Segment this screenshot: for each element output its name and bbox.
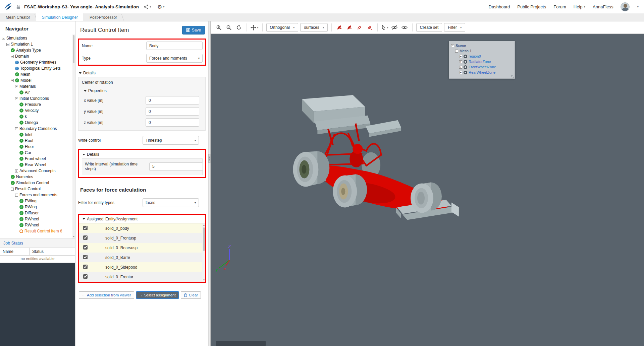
nav-username[interactable]: AnnaFless	[593, 4, 613, 9]
show-entity-button[interactable]	[400, 23, 409, 31]
refresh-view-button[interactable]	[235, 23, 243, 31]
write-interval-input[interactable]	[149, 162, 203, 171]
tree-item-model[interactable]: −✓Model	[0, 77, 75, 83]
collapse-icon[interactable]: −	[11, 188, 14, 191]
cursor-tool-button[interactable]: ▾	[381, 25, 388, 30]
tree-item-geometry-primitives[interactable]: Geometry Primitives	[0, 59, 75, 65]
save-button[interactable]: Save	[182, 26, 205, 34]
assignment-checkbox[interactable]	[83, 235, 88, 240]
scrollbar-thumb[interactable]	[73, 35, 74, 63]
job-status-title[interactable]: Job Status	[0, 239, 75, 248]
tree-item-rwheel[interactable]: ✓RWheel	[0, 216, 75, 222]
settings-button[interactable]: ⚙ ▾	[156, 4, 166, 10]
scrollbar-down-arrow[interactable]	[72, 235, 75, 238]
properties-section-header[interactable]: Properties	[78, 86, 205, 95]
tree-item-diffuser[interactable]: ✓Diffuser	[0, 210, 75, 216]
tree-item-mesh[interactable]: ✓Mesh	[0, 71, 75, 77]
navigator-scrollbar[interactable]	[72, 34, 75, 238]
collapse-icon[interactable]: −	[451, 44, 454, 47]
sort-triangle-icon[interactable]	[83, 218, 85, 220]
tree-item-rear-wheel[interactable]: ✓Rear Wheel	[0, 162, 75, 168]
tree-item-inlet[interactable]: ✓Inlet	[0, 132, 75, 138]
collapse-icon[interactable]: −	[11, 55, 14, 58]
zoom-in-button[interactable]	[215, 23, 223, 31]
assignment-checkbox[interactable]	[83, 226, 88, 230]
nav-forum[interactable]: Forum	[553, 4, 566, 9]
scrollbar-up-arrow[interactable]: ▲	[202, 223, 206, 227]
tree-item-simulation-control[interactable]: ✓Simulation Control	[0, 180, 75, 186]
render-mode-dropdown[interactable]: surfaces ▾	[300, 23, 328, 32]
create-set-button[interactable]: Create set	[416, 23, 442, 32]
nav-public-projects[interactable]: Public Projects	[517, 4, 546, 9]
visibility-eye-icon[interactable]	[464, 65, 467, 69]
fsae-car-model[interactable]	[211, 34, 644, 346]
zoom-out-button[interactable]	[225, 23, 233, 31]
tree-item-k[interactable]: ✓k	[0, 114, 75, 120]
assignment-checkbox[interactable]	[83, 274, 88, 279]
tab-mesh-creator[interactable]: Mesh Creator	[0, 13, 36, 21]
tree-item-air[interactable]: ✓Air	[0, 89, 75, 95]
tree-item-roof[interactable]: ✓Roof	[0, 138, 75, 144]
scene-item-radiatorzone[interactable]: +RadiatorZone	[450, 59, 513, 64]
pick-remove-tool-button[interactable]	[345, 23, 354, 31]
tree-item-omega[interactable]: ✓Omega	[0, 120, 75, 126]
assignment-row-solid-0-barre[interactable]: solid_0_Barre	[79, 253, 205, 262]
filter-dropdown[interactable]: Filter ▾	[444, 23, 465, 32]
scene-item-scene[interactable]: −Scene	[450, 43, 513, 48]
tree-item-front-wheel[interactable]: ✓Front wheel	[0, 156, 75, 162]
tree-item-floor[interactable]: ✓Floor	[0, 144, 75, 150]
assignment-table-scrollbar[interactable]: ▲ ▼	[202, 223, 205, 282]
collapse-icon[interactable]: −	[15, 97, 18, 100]
tree-item-result-control-item-6[interactable]: Result Control Item 6	[0, 228, 75, 234]
assigned-column-header[interactable]: Assigned	[87, 217, 103, 221]
tab-post-processor[interactable]: Post-Processor	[84, 13, 123, 21]
tree-item-simulation-1[interactable]: −Simulation 1	[0, 41, 75, 47]
expand-icon[interactable]: +	[459, 55, 462, 58]
tree-item-domain[interactable]: −Domain	[0, 53, 75, 59]
z-value-input[interactable]	[146, 118, 199, 127]
entity-type-filter-select[interactable]: faces ▼	[143, 198, 199, 207]
box-deselect-tool-button[interactable]	[366, 23, 374, 31]
collapse-icon[interactable]: −	[455, 50, 458, 53]
assignment-checkbox[interactable]	[83, 245, 88, 250]
visibility-eye-icon[interactable]	[464, 71, 467, 74]
projection-dropdown[interactable]: Orthogonal ▾	[266, 23, 299, 32]
tree-item-result-control[interactable]: −Result Control	[0, 186, 75, 192]
add-selection-from-viewer-button[interactable]: ← Add selection from viewer	[79, 291, 134, 299]
entity-column-header[interactable]: Entity/Assignment	[105, 217, 205, 221]
select-assignment-button[interactable]: → Select assignment	[136, 291, 179, 299]
collapse-icon[interactable]: −	[15, 194, 18, 197]
box-select-tool-button[interactable]	[356, 23, 364, 31]
collapse-icon[interactable]: −	[15, 127, 18, 130]
assignment-row-solid-0-rearsusp[interactable]: solid_0_Rearsusp	[79, 243, 205, 253]
tab-simulation-designer[interactable]: Simulation Designer	[36, 13, 84, 21]
assignment-row-solid-0-frontur[interactable]: solid_0_Frontur	[79, 272, 205, 282]
y-value-input[interactable]	[146, 107, 199, 116]
expand-icon[interactable]: +	[459, 66, 462, 69]
tree-item-pressure[interactable]: ✓Pressure	[0, 101, 75, 108]
panel-splitter[interactable]	[208, 21, 211, 346]
chevron-down-icon[interactable]: ▾	[637, 5, 639, 8]
expand-icon[interactable]: +	[459, 60, 462, 63]
visibility-eye-icon[interactable]	[464, 55, 467, 58]
assignment-row-solid-0-body[interactable]: solid_0_body	[79, 223, 205, 233]
scrollbar-down-arrow[interactable]: ▼	[202, 278, 206, 282]
tree-item-simulations[interactable]: −Simulations	[0, 35, 75, 41]
expand-icon[interactable]: +	[15, 169, 18, 172]
x-value-input[interactable]	[146, 96, 199, 105]
viewer-horizontal-scrollbar-thumb[interactable]	[216, 341, 266, 346]
write-control-select[interactable]: Timestep ▼	[143, 136, 199, 145]
type-select[interactable]: Forces and moments ▼	[146, 54, 203, 63]
scene-item-mesh-1[interactable]: −Mesh 1	[450, 48, 513, 54]
expand-icon[interactable]: +	[459, 71, 462, 74]
pick-add-tool-button[interactable]	[335, 23, 343, 31]
pan-tool-button[interactable]: ▾	[251, 25, 259, 30]
tree-item-car[interactable]: ✓Car	[0, 150, 75, 156]
viewport-3d[interactable]: −Scene−Mesh 1+region0+RadiatorZone+Front…	[211, 34, 644, 346]
scene-item-frontwheelzone[interactable]: +FrontWheelZone	[450, 64, 513, 70]
tree-item-fwing[interactable]: ✓FWing	[0, 198, 75, 204]
tree-item-forces-and-moments[interactable]: −Forces and moments	[0, 192, 75, 198]
tree-item-analysis-type[interactable]: ✓Analysis Type	[0, 47, 75, 53]
collapse-icon[interactable]: −	[6, 43, 9, 46]
tree-item-initial-conditions[interactable]: −Initial Conditions	[0, 95, 75, 101]
